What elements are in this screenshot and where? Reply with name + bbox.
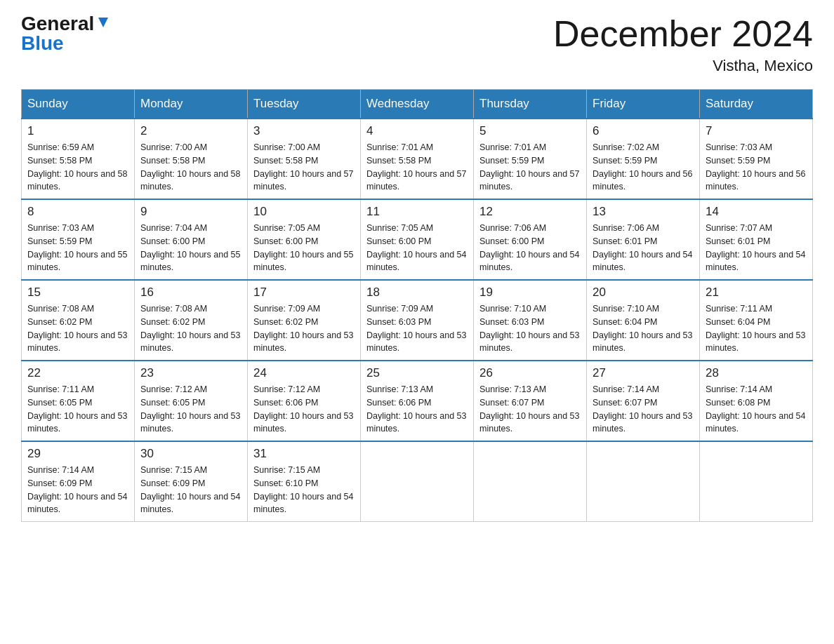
day-number: 30 — [140, 447, 241, 461]
table-row: 22 Sunrise: 7:11 AMSunset: 6:05 PMDaylig… — [22, 361, 135, 441]
table-row — [361, 441, 474, 522]
day-info: Sunrise: 7:02 AMSunset: 5:59 PMDaylight:… — [593, 142, 692, 192]
day-info: Sunrise: 7:05 AMSunset: 6:00 PMDaylight:… — [366, 223, 466, 272]
table-row: 2 Sunrise: 7:00 AMSunset: 5:58 PMDayligh… — [135, 119, 248, 199]
table-row: 14 Sunrise: 7:07 AMSunset: 6:01 PMDaylig… — [700, 199, 813, 280]
day-info: Sunrise: 7:08 AMSunset: 6:02 PMDaylight:… — [27, 304, 127, 353]
day-number: 29 — [27, 447, 128, 461]
logo-blue: Blue — [21, 34, 64, 53]
day-info: Sunrise: 7:09 AMSunset: 6:03 PMDaylight:… — [366, 304, 466, 353]
day-number: 9 — [140, 205, 241, 219]
day-number: 19 — [479, 286, 581, 300]
day-info: Sunrise: 7:14 AMSunset: 6:08 PMDaylight:… — [706, 384, 805, 434]
day-info: Sunrise: 7:12 AMSunset: 6:06 PMDaylight:… — [253, 384, 353, 434]
day-number: 10 — [253, 205, 355, 219]
table-row: 4 Sunrise: 7:01 AMSunset: 5:58 PMDayligh… — [361, 119, 474, 199]
table-row: 30 Sunrise: 7:15 AMSunset: 6:09 PMDaylig… — [135, 441, 248, 522]
table-row: 11 Sunrise: 7:05 AMSunset: 6:00 PMDaylig… — [361, 199, 474, 280]
day-info: Sunrise: 7:15 AMSunset: 6:10 PMDaylight:… — [253, 465, 353, 514]
day-number: 5 — [479, 124, 581, 138]
table-row: 13 Sunrise: 7:06 AMSunset: 6:01 PMDaylig… — [587, 199, 700, 280]
table-row: 26 Sunrise: 7:13 AMSunset: 6:07 PMDaylig… — [474, 361, 587, 441]
day-number: 13 — [593, 205, 694, 219]
day-info: Sunrise: 7:00 AMSunset: 5:58 PMDaylight:… — [253, 142, 353, 192]
calendar-week-4: 22 Sunrise: 7:11 AMSunset: 6:05 PMDaylig… — [22, 361, 813, 441]
table-row: 3 Sunrise: 7:00 AMSunset: 5:58 PMDayligh… — [248, 119, 361, 199]
day-info: Sunrise: 7:10 AMSunset: 6:04 PMDaylight:… — [593, 304, 692, 353]
day-info: Sunrise: 7:14 AMSunset: 6:09 PMDaylight:… — [27, 465, 127, 514]
day-info: Sunrise: 7:00 AMSunset: 5:58 PMDaylight:… — [140, 142, 240, 192]
table-row: 20 Sunrise: 7:10 AMSunset: 6:04 PMDaylig… — [587, 280, 700, 361]
table-row — [474, 441, 587, 522]
day-info: Sunrise: 7:06 AMSunset: 6:00 PMDaylight:… — [479, 223, 579, 272]
day-number: 11 — [366, 205, 468, 219]
calendar-table: Sunday Monday Tuesday Wednesday Thursday… — [21, 89, 813, 522]
col-thursday: Thursday — [474, 90, 587, 119]
table-row: 9 Sunrise: 7:04 AMSunset: 6:00 PMDayligh… — [135, 199, 248, 280]
day-info: Sunrise: 7:08 AMSunset: 6:02 PMDaylight:… — [140, 304, 240, 353]
day-number: 1 — [27, 124, 128, 138]
table-row: 10 Sunrise: 7:05 AMSunset: 6:00 PMDaylig… — [248, 199, 361, 280]
day-number: 27 — [593, 366, 694, 380]
day-info: Sunrise: 7:09 AMSunset: 6:02 PMDaylight:… — [253, 304, 353, 353]
day-info: Sunrise: 7:13 AMSunset: 6:07 PMDaylight:… — [479, 384, 579, 434]
day-number: 4 — [366, 124, 468, 138]
day-number: 8 — [27, 205, 128, 219]
svg-marker-0 — [98, 18, 108, 27]
page-header: General Blue December 2024 Vistha, Mexic… — [21, 14, 813, 75]
table-row: 19 Sunrise: 7:10 AMSunset: 6:03 PMDaylig… — [474, 280, 587, 361]
table-row: 8 Sunrise: 7:03 AMSunset: 5:59 PMDayligh… — [22, 199, 135, 280]
col-monday: Monday — [135, 90, 248, 119]
table-row: 29 Sunrise: 7:14 AMSunset: 6:09 PMDaylig… — [22, 441, 135, 522]
table-row: 1 Sunrise: 6:59 AMSunset: 5:58 PMDayligh… — [22, 119, 135, 199]
table-row: 25 Sunrise: 7:13 AMSunset: 6:06 PMDaylig… — [361, 361, 474, 441]
day-info: Sunrise: 7:15 AMSunset: 6:09 PMDaylight:… — [140, 465, 240, 514]
title-block: December 2024 Vistha, Mexico — [553, 14, 813, 75]
day-number: 16 — [140, 286, 241, 300]
day-info: Sunrise: 7:13 AMSunset: 6:06 PMDaylight:… — [366, 384, 466, 434]
day-number: 21 — [706, 286, 807, 300]
day-info: Sunrise: 7:11 AMSunset: 6:04 PMDaylight:… — [706, 304, 805, 353]
day-info: Sunrise: 7:07 AMSunset: 6:01 PMDaylight:… — [706, 223, 805, 272]
logo-general: General — [21, 14, 94, 34]
day-number: 7 — [706, 124, 807, 138]
day-number: 3 — [253, 124, 355, 138]
table-row: 6 Sunrise: 7:02 AMSunset: 5:59 PMDayligh… — [587, 119, 700, 199]
day-number: 12 — [479, 205, 581, 219]
day-number: 20 — [593, 286, 694, 300]
calendar-week-2: 8 Sunrise: 7:03 AMSunset: 5:59 PMDayligh… — [22, 199, 813, 280]
calendar-header-row: Sunday Monday Tuesday Wednesday Thursday… — [22, 90, 813, 119]
calendar-week-1: 1 Sunrise: 6:59 AMSunset: 5:58 PMDayligh… — [22, 119, 813, 199]
table-row: 27 Sunrise: 7:14 AMSunset: 6:07 PMDaylig… — [587, 361, 700, 441]
day-info: Sunrise: 7:01 AMSunset: 5:59 PMDaylight:… — [479, 142, 579, 192]
day-number: 24 — [253, 366, 355, 380]
table-row: 15 Sunrise: 7:08 AMSunset: 6:02 PMDaylig… — [22, 280, 135, 361]
day-number: 31 — [253, 447, 355, 461]
calendar-week-5: 29 Sunrise: 7:14 AMSunset: 6:09 PMDaylig… — [22, 441, 813, 522]
day-number: 6 — [593, 124, 694, 138]
day-number: 18 — [366, 286, 468, 300]
col-sunday: Sunday — [22, 90, 135, 119]
table-row: 17 Sunrise: 7:09 AMSunset: 6:02 PMDaylig… — [248, 280, 361, 361]
table-row: 24 Sunrise: 7:12 AMSunset: 6:06 PMDaylig… — [248, 361, 361, 441]
day-number: 28 — [706, 366, 807, 380]
table-row: 5 Sunrise: 7:01 AMSunset: 5:59 PMDayligh… — [474, 119, 587, 199]
col-tuesday: Tuesday — [248, 90, 361, 119]
day-number: 2 — [140, 124, 241, 138]
calendar-week-3: 15 Sunrise: 7:08 AMSunset: 6:02 PMDaylig… — [22, 280, 813, 361]
col-saturday: Saturday — [700, 90, 813, 119]
day-info: Sunrise: 7:03 AMSunset: 5:59 PMDaylight:… — [706, 142, 805, 192]
col-wednesday: Wednesday — [361, 90, 474, 119]
day-info: Sunrise: 6:59 AMSunset: 5:58 PMDaylight:… — [27, 142, 127, 192]
day-info: Sunrise: 7:12 AMSunset: 6:05 PMDaylight:… — [140, 384, 240, 434]
day-info: Sunrise: 7:03 AMSunset: 5:59 PMDaylight:… — [27, 223, 127, 272]
table-row: 16 Sunrise: 7:08 AMSunset: 6:02 PMDaylig… — [135, 280, 248, 361]
day-number: 23 — [140, 366, 241, 380]
day-info: Sunrise: 7:14 AMSunset: 6:07 PMDaylight:… — [593, 384, 692, 434]
day-info: Sunrise: 7:05 AMSunset: 6:00 PMDaylight:… — [253, 223, 353, 272]
table-row: 21 Sunrise: 7:11 AMSunset: 6:04 PMDaylig… — [700, 280, 813, 361]
day-info: Sunrise: 7:04 AMSunset: 6:00 PMDaylight:… — [140, 223, 240, 272]
month-title: December 2024 — [553, 14, 813, 54]
table-row: 31 Sunrise: 7:15 AMSunset: 6:10 PMDaylig… — [248, 441, 361, 522]
day-number: 26 — [479, 366, 581, 380]
